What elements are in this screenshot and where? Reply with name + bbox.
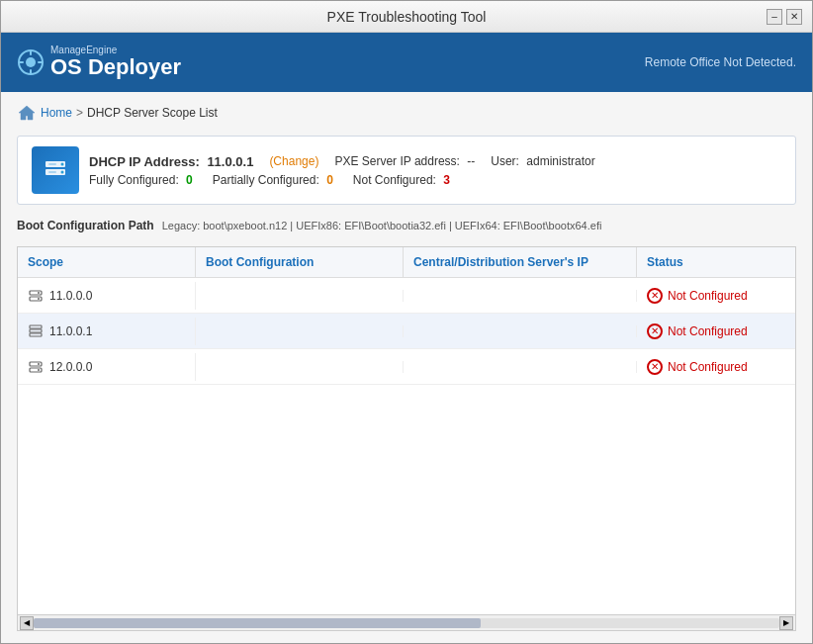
svg-rect-3 — [30, 69, 32, 74]
td-status-3: ✕ Not Configured — [637, 353, 795, 381]
td-boot-config-2 — [196, 325, 404, 337]
table-body: 11.0.0.0 ✕ Not Configured — [18, 278, 795, 614]
logo-wrapper: ManageEngine OS Deployer — [17, 45, 181, 79]
pxe-server-info: PXE Server IP address: -- — [334, 154, 475, 168]
scope-table: Scope Boot Configuration Central/Distrib… — [17, 246, 796, 631]
info-line1: DHCP IP Address: 11.0.0.1 (Change) PXE S… — [89, 154, 781, 169]
scope-server-icon-2 — [28, 323, 44, 339]
col-header-server-ip: Central/Distribution Server's IP — [404, 247, 637, 277]
td-status-2: ✕ Not Configured — [637, 318, 795, 345]
td-scope-1: 11.0.0.0 — [18, 282, 196, 310]
svg-rect-16 — [30, 325, 42, 328]
logo-text: ManageEngine OS Deployer — [50, 45, 181, 79]
scroll-left-arrow[interactable]: ◀ — [20, 616, 34, 630]
scrollbar-track[interactable] — [34, 618, 779, 628]
table-row[interactable]: 12.0.0.0 ✕ Not Configured — [18, 349, 795, 385]
change-link[interactable]: (Change) — [269, 154, 318, 168]
table-row[interactable]: 11.0.0.1 ✕ Not Configured — [18, 314, 795, 349]
breadcrumb-current: DHCP Server Scope List — [87, 106, 218, 120]
svg-rect-12 — [30, 291, 42, 295]
td-server-ip-1 — [404, 290, 637, 302]
breadcrumb: Home > DHCP Server Scope List — [17, 104, 796, 122]
server-icon — [42, 156, 69, 184]
title-bar-controls: – ✕ — [767, 9, 802, 25]
td-boot-config-1 — [196, 290, 404, 302]
fully-configured-stat: Fully Configured: 0 — [89, 173, 193, 187]
svg-point-14 — [38, 292, 40, 294]
window-title: PXE Troubleshooting Tool — [327, 9, 487, 25]
main-window: PXE Troubleshooting Tool – ✕ ManageEngin… — [0, 0, 813, 644]
table-row[interactable]: 11.0.0.0 ✕ Not Configured — [18, 278, 795, 314]
col-header-boot-config: Boot Configuration — [196, 247, 404, 277]
scrollbar-thumb[interactable] — [34, 618, 481, 628]
td-server-ip-3 — [404, 361, 637, 373]
title-bar: PXE Troubleshooting Tool – ✕ — [1, 1, 812, 33]
minimize-button[interactable]: – — [767, 9, 782, 25]
remote-office-notice: Remote Office Not Detected. — [645, 55, 796, 69]
dhcp-icon-box — [32, 146, 79, 194]
svg-rect-18 — [30, 333, 42, 336]
boot-config-label: Boot Configuration Path — [17, 219, 154, 232]
horizontal-scrollbar[interactable]: ◀ ▶ — [18, 614, 795, 630]
x-circle-icon-2: ✕ — [647, 323, 663, 339]
svg-point-15 — [38, 298, 40, 300]
svg-rect-4 — [19, 61, 24, 63]
manage-engine-logo-icon — [17, 48, 45, 76]
col-header-scope: Scope — [18, 247, 196, 277]
status-not-configured-2: ✕ Not Configured — [647, 323, 748, 339]
content-area: Home > DHCP Server Scope List — [1, 92, 812, 643]
dhcp-ip-label: DHCP IP Address: 11.0.0.1 — [89, 154, 253, 169]
user-info: User: administrator — [491, 154, 594, 168]
svg-point-9 — [61, 171, 64, 174]
boot-config-row: Boot Configuration Path Legacy: boot\pxe… — [17, 219, 796, 232]
status-not-configured-1: ✕ Not Configured — [647, 288, 748, 304]
breadcrumb-separator: > — [76, 106, 83, 120]
status-not-configured-3: ✕ Not Configured — [647, 359, 748, 375]
svg-rect-2 — [30, 50, 32, 55]
scope-server-icon-1 — [28, 288, 44, 304]
breadcrumb-home-link[interactable]: Home — [41, 106, 72, 120]
td-scope-2: 11.0.0.1 — [18, 318, 196, 345]
svg-rect-13 — [30, 297, 42, 301]
td-boot-config-3 — [196, 361, 404, 373]
partially-configured-stat: Partially Configured: 0 — [213, 173, 333, 187]
svg-rect-11 — [48, 171, 56, 173]
svg-rect-10 — [48, 163, 56, 165]
svg-rect-20 — [30, 368, 42, 372]
svg-rect-19 — [30, 362, 42, 366]
x-circle-icon-3: ✕ — [647, 359, 663, 375]
svg-rect-5 — [38, 61, 43, 63]
scroll-right-arrow[interactable]: ▶ — [779, 616, 793, 630]
x-circle-icon-1: ✕ — [647, 288, 663, 304]
info-row1: DHCP IP Address: 11.0.0.1 (Change) PXE S… — [32, 146, 781, 194]
info-line2: Fully Configured: 0 Partially Configured… — [89, 173, 781, 187]
info-details: DHCP IP Address: 11.0.0.1 (Change) PXE S… — [89, 154, 781, 187]
info-panel: DHCP IP Address: 11.0.0.1 (Change) PXE S… — [17, 136, 796, 205]
col-header-status: Status — [637, 247, 795, 277]
table-header: Scope Boot Configuration Central/Distrib… — [18, 247, 795, 278]
svg-point-22 — [38, 369, 40, 371]
close-button[interactable]: ✕ — [786, 9, 802, 25]
scope-server-icon-3 — [28, 359, 44, 375]
td-status-1: ✕ Not Configured — [637, 282, 795, 310]
td-server-ip-2 — [404, 325, 637, 337]
svg-point-8 — [61, 163, 64, 166]
td-scope-3: 12.0.0.0 — [18, 353, 196, 381]
not-configured-stat: Not Configured: 3 — [353, 173, 450, 187]
home-icon — [17, 104, 37, 122]
svg-point-21 — [38, 363, 40, 365]
logo-bottom-text: OS Deployer — [50, 55, 181, 79]
svg-rect-17 — [30, 329, 42, 332]
boot-config-value: Legacy: boot\pxeboot.n12 | UEFIx86: EFI\… — [162, 220, 602, 231]
svg-point-1 — [26, 57, 36, 67]
app-header: ManageEngine OS Deployer Remote Office N… — [1, 33, 812, 92]
